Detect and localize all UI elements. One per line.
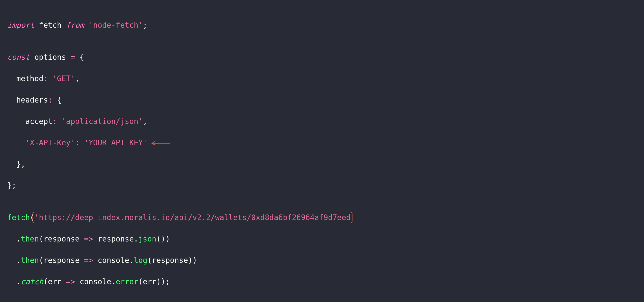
code-line-9: }; — [7, 180, 637, 191]
function-error: error — [116, 277, 138, 286]
operator-colon: : — [48, 96, 52, 104]
operator-arrow: => — [80, 256, 98, 265]
punct-paren-open: ( — [39, 256, 44, 265]
code-line-7: 'X-API-Key': 'YOUR_API_KEY' — [7, 137, 637, 148]
identifier-options: options — [30, 53, 70, 62]
punct-semicolon: ; — [143, 21, 147, 30]
function-catch: catch — [21, 277, 44, 286]
punct-comma: , — [75, 74, 80, 83]
punct-paren-open: ( — [44, 277, 48, 286]
string-module: 'node-fetch' — [84, 21, 143, 30]
function-fetch: fetch — [7, 213, 30, 222]
punct-brace-open: { — [75, 53, 84, 62]
param-response: response — [44, 256, 80, 265]
string-api-key-header: 'X-API-Key' — [25, 138, 75, 147]
code-line-5: headers: { — [7, 94, 637, 105]
function-then: then — [21, 256, 39, 265]
punct-paren-open: ( — [39, 234, 44, 243]
identifier-console: console. — [98, 256, 134, 265]
identifier-console: console. — [80, 277, 116, 286]
function-json: json — [138, 234, 156, 243]
operator-colon: : — [52, 117, 57, 126]
operator-eq: = — [70, 53, 75, 62]
operator-arrow: => — [62, 277, 79, 286]
punct-tail: (err)); — [138, 277, 170, 286]
punct-comma: , — [143, 117, 147, 126]
code-line-1: import fetch from 'node-fetch'; — [7, 20, 637, 30]
keyword-const: const — [7, 53, 30, 62]
identifier-response: response. — [98, 234, 138, 243]
arrow-left-icon — [150, 140, 170, 146]
function-log: log — [134, 256, 147, 265]
code-line-14: .catch(err => console.error(err)); — [7, 276, 637, 287]
param-err: err — [48, 277, 62, 286]
function-then: then — [21, 234, 39, 243]
punct-brace-close: }, — [16, 160, 26, 168]
highlight-url-box: 'https://deep-index.moralis.io/api/v2.2/… — [32, 212, 352, 223]
operator-colon: : — [44, 74, 48, 83]
punct-tail: ()) — [156, 234, 170, 243]
keyword-import: import — [7, 21, 34, 30]
key-headers: headers — [16, 96, 48, 104]
string-get: 'GET' — [52, 74, 75, 83]
punct-brace-close: }; — [7, 181, 16, 190]
identifier-fetch: fetch — [34, 21, 66, 30]
key-method: method — [16, 74, 44, 83]
code-line-11: fetch('https://deep-index.moralis.io/api… — [7, 212, 637, 223]
code-line-4: method: 'GET', — [7, 73, 637, 84]
code-line-12: .then(response => response.json()) — [7, 234, 637, 244]
punct-tail: (response)) — [147, 256, 197, 265]
operator-arrow: => — [80, 234, 98, 243]
string-api-key-value: 'YOUR_API_KEY' — [84, 138, 147, 147]
punct-brace-open: { — [52, 96, 62, 104]
string-url: 'https://deep-index.moralis.io/api/v2.2/… — [34, 213, 351, 222]
keyword-from: from — [66, 21, 84, 30]
operator-colon: : — [75, 138, 80, 147]
key-accept: accept — [25, 117, 52, 126]
code-line-6: accept: 'application/json', — [7, 116, 637, 127]
code-line-3: const options = { — [7, 52, 637, 62]
string-accept-val: 'application/json' — [62, 117, 143, 126]
code-line-8: }, — [7, 159, 637, 170]
code-editor[interactable]: import fetch from 'node-fetch'; const op… — [0, 0, 644, 302]
code-line-13: .then(response => console.log(response)) — [7, 255, 637, 266]
param-response: response — [44, 234, 80, 243]
